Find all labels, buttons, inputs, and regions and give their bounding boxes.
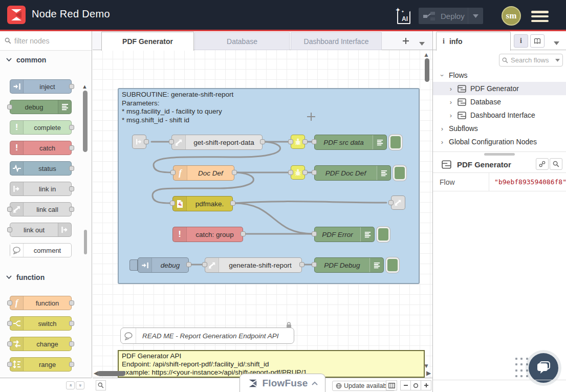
caret-down-icon xyxy=(555,58,560,62)
palette-scroll-up-icon[interactable]: ▲ xyxy=(82,83,88,90)
filter-nodes-input[interactable]: filter nodes xyxy=(0,31,92,51)
sidebar-splitter[interactable] xyxy=(433,151,566,156)
inject-trigger-button[interactable] xyxy=(129,259,138,271)
info-view-button[interactable]: i xyxy=(514,34,528,48)
collapse-all-button[interactable]: » xyxy=(66,381,75,389)
search-icon xyxy=(5,37,11,44)
flow-node-pdfmake[interactable]: pdfmake. xyxy=(172,196,233,211)
palette-scrollbar-thumb[interactable] xyxy=(83,91,88,152)
deploy-icon xyxy=(423,12,436,20)
tree-item-global-configuration[interactable]: › Global Configuration Nodes xyxy=(433,135,566,148)
deploy-options-caret[interactable] xyxy=(468,8,483,24)
flow-node-generate-shift-report[interactable]: generate-shift-report xyxy=(205,257,302,273)
output-port xyxy=(69,362,74,367)
canvas-vscrollbar-thumb[interactable] xyxy=(425,58,429,82)
main-menu-button[interactable] xyxy=(531,11,549,22)
cursor-crosshair xyxy=(307,116,315,117)
debug-toggle-button[interactable] xyxy=(393,165,406,181)
tree-item-pdf-generator[interactable]: › PDF Generator xyxy=(433,82,566,95)
flow-id-row: Flow "b9ebf893594086f8" xyxy=(433,173,566,191)
palette-node-switch[interactable]: switch xyxy=(10,316,72,331)
flow-node-trace-bug-2[interactable] xyxy=(291,165,305,180)
tree-item-flows[interactable]: › Flows xyxy=(433,69,566,82)
canvas-scroll-up-icon[interactable]: ▲ xyxy=(423,51,429,58)
flow-node-inject-debug[interactable]: debug xyxy=(138,257,189,273)
tab-info[interactable]: i info xyxy=(436,32,511,51)
palette-node-range[interactable]: range xyxy=(10,357,72,372)
search-node-button[interactable] xyxy=(550,158,562,170)
palette-node-link-in[interactable]: link in xyxy=(10,182,72,196)
bug-icon xyxy=(294,138,302,146)
canvas-scroll-down-icon[interactable]: ▼ xyxy=(423,362,429,369)
chat-widget-button[interactable] xyxy=(529,353,558,383)
flow-node-pdf-error[interactable]: PDF Error xyxy=(314,227,375,242)
tree-item-database[interactable]: › Database xyxy=(433,95,566,108)
exclamation-icon: ! xyxy=(10,121,24,134)
flow-node-catch-group[interactable]: ! catch: group xyxy=(172,227,243,242)
zoom-reset-button[interactable] xyxy=(410,380,421,390)
debug-toggle-button[interactable] xyxy=(377,227,390,242)
palette-node-function[interactable]: f function xyxy=(10,296,72,310)
menu-bar xyxy=(531,15,549,18)
deploy-button[interactable]: Deploy xyxy=(419,8,483,24)
output-port xyxy=(144,139,149,144)
bug-icon xyxy=(294,168,302,177)
palette-node-comment[interactable]: comment xyxy=(10,243,72,257)
chevron-down-icon xyxy=(6,58,12,62)
tab-list-caret[interactable] xyxy=(419,38,425,48)
flowfuse-button[interactable]: FlowFuse xyxy=(240,374,325,392)
tab-database[interactable]: Database xyxy=(194,32,290,50)
palette-node-complete[interactable]: ! complete xyxy=(10,120,72,135)
canvas-scroll-right-icon[interactable]: ▶ xyxy=(426,369,431,377)
palette-node-inject[interactable]: inject xyxy=(10,79,72,94)
flow-node-get-shift-report-data[interactable]: get-shift-report-data xyxy=(171,135,263,150)
debug-toggle-button[interactable] xyxy=(386,257,399,273)
zoom-in-button[interactable] xyxy=(421,380,431,390)
flow-canvas[interactable]: SUBROUTINE: generate-shift-report Parame… xyxy=(93,50,432,378)
palette-node-link-call[interactable]: link call xyxy=(10,202,72,216)
navigator-button[interactable] xyxy=(386,380,397,390)
tab-dashboard-interface[interactable]: Dashboard Interface xyxy=(291,32,382,50)
pdf-file-icon xyxy=(173,197,187,211)
flow-node-pdf-src-data[interactable]: PDF src data xyxy=(314,135,387,150)
search-flows-input[interactable]: Search flows xyxy=(499,54,563,67)
help-book-button[interactable] xyxy=(530,34,545,48)
search-flows-button[interactable] xyxy=(96,380,106,390)
tree-label: Database xyxy=(470,98,501,106)
zoom-out-button[interactable] xyxy=(400,380,411,390)
sidebar-searchrow: Search flows xyxy=(433,51,566,69)
flow-node-trace-bug-1[interactable] xyxy=(291,135,305,149)
tree-label: PDF Generator xyxy=(470,84,519,93)
palette-node-change[interactable]: change xyxy=(10,337,72,351)
palette-divider-grip[interactable] xyxy=(84,230,87,254)
flow-node-link-in[interactable] xyxy=(132,135,146,149)
user-avatar[interactable]: sm xyxy=(502,6,521,26)
palette-node-link-out[interactable]: link out xyxy=(10,223,72,237)
input-port xyxy=(7,207,12,212)
copy-link-button[interactable] xyxy=(536,158,549,170)
tree-item-dashboard-interface[interactable]: › Dashboard Interface xyxy=(433,108,566,122)
palette-node-catch[interactable]: ! catch xyxy=(10,141,72,155)
input-port xyxy=(169,139,174,144)
flow-node-doc-def[interactable]: f Doc Def xyxy=(173,165,234,181)
add-flow-button[interactable] xyxy=(400,35,412,47)
canvas-hscrollbar-thumb[interactable] xyxy=(97,371,125,376)
tab-pdf-generator[interactable]: PDF Generator xyxy=(101,32,194,51)
widget-drag-handle[interactable] xyxy=(515,358,529,378)
flow-node-comment-readme[interactable]: READ ME - Report Generation Endpoint API xyxy=(120,328,294,344)
ai-assistant-button[interactable]: ✦ ✦ AI xyxy=(396,8,412,25)
palette-node-debug[interactable]: debug xyxy=(10,100,72,114)
palette-node-status[interactable]: status xyxy=(10,161,72,176)
flow-node-pdf-doc-def[interactable]: PDF Doc Def xyxy=(314,165,391,181)
search-placeholder: Search flows xyxy=(511,56,553,64)
flow-node-link-out[interactable] xyxy=(391,195,405,210)
link-call-icon xyxy=(172,135,186,149)
palette-category-function[interactable]: function xyxy=(6,273,45,281)
debug-toggle-button[interactable] xyxy=(389,135,402,150)
tree-item-subflows[interactable]: › Subflows xyxy=(433,122,566,135)
sidebar-options-caret[interactable] xyxy=(554,38,559,47)
palette-category-common[interactable]: common xyxy=(6,56,46,64)
flow-node-pdf-debug[interactable]: PDF Debug xyxy=(314,257,384,273)
expand-all-button[interactable]: » xyxy=(76,381,84,389)
flow-id-value[interactable]: "b9ebf893594086f8" xyxy=(489,173,566,191)
